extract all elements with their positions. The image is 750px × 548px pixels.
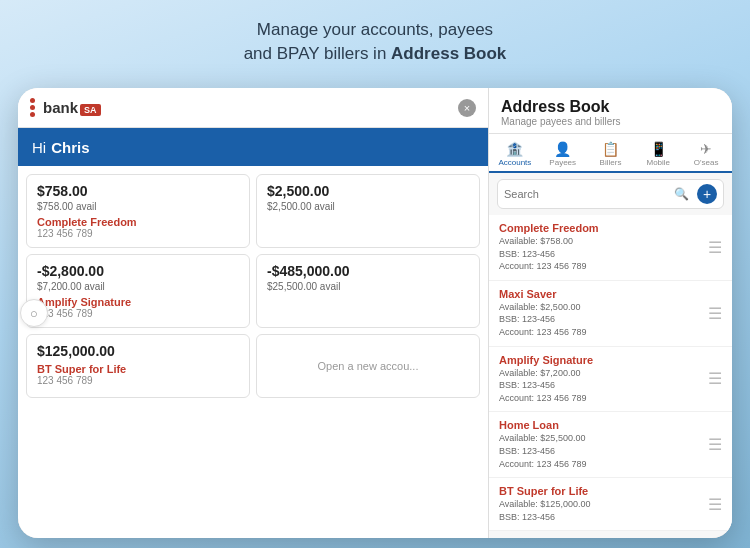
ab-available-1: Available: $2,500.00 (499, 301, 587, 314)
account-avail-2: $2,500.00 avail (267, 201, 469, 212)
billers-icon: 📋 (602, 141, 619, 157)
ab-account-0: Account: 123 456 789 (499, 260, 599, 273)
ab-header: Address Book Manage payees and billers (489, 88, 732, 134)
account-number-5: 123 456 789 (37, 375, 239, 386)
tab-accounts[interactable]: 🏦 Accounts (491, 138, 539, 173)
account-card-freedom[interactable]: $758.00 $758.00 avail Complete Freedom 1… (26, 174, 250, 248)
search-bar: 🔍 + (497, 179, 724, 209)
bank-logo-dot-3 (30, 112, 35, 117)
address-book-panel: Address Book Manage payees and billers 🏦… (488, 88, 732, 538)
ab-entry-info-maxi: Maxi Saver Available: $2,500.00 BSB: 123… (499, 288, 587, 339)
account-name-5: BT Super for Life (37, 363, 239, 375)
account-name-1: Complete Freedom (37, 216, 239, 228)
bank-name-prefix: bank (43, 99, 78, 116)
ipad-frame: bankSA × Hi Chris $758.00 $758.00 avail … (18, 88, 732, 538)
add-button[interactable]: + (697, 184, 717, 204)
account-row-1: $758.00 $758.00 avail Complete Freedom 1… (26, 174, 480, 248)
ab-entry-info-super: BT Super for Life Available: $125,000.00… (499, 485, 590, 523)
ab-title: Address Book (501, 98, 720, 116)
tab-mobile[interactable]: 📱 Mobile (634, 138, 682, 173)
ab-available-2: Available: $7,200.00 (499, 367, 593, 380)
ab-available-4: Available: $125,000.00 (499, 498, 590, 511)
ab-bsb-1: BSB: 123-456 (499, 313, 587, 326)
tab-payees[interactable]: 👤 Payees (539, 138, 587, 173)
accounts-list: $758.00 $758.00 avail Complete Freedom 1… (18, 166, 488, 406)
ab-entry-freedom[interactable]: Complete Freedom Available: $758.00 BSB:… (489, 215, 732, 281)
tab-billers[interactable]: 📋 Billers (587, 138, 635, 173)
account-amount-1: $758.00 (37, 183, 239, 199)
bank-logo-dots (30, 98, 35, 117)
tab-overseas-label: O'seas (694, 158, 719, 167)
account-avail-3: $7,200.00 avail (37, 281, 239, 292)
search-icon[interactable]: 🔍 (674, 187, 689, 201)
ab-entry-amplify[interactable]: Amplify Signature Available: $7,200.00 B… (489, 347, 732, 413)
header-highlight: Address Book (391, 44, 506, 63)
account-card-new[interactable]: Open a new accou... (256, 334, 480, 398)
bank-name: bankSA (43, 99, 101, 116)
top-bar: bankSA × (18, 88, 488, 128)
ab-entry-name-homeloan: Home Loan (499, 419, 587, 431)
ab-entry-homeloan[interactable]: Home Loan Available: $25,500.00 BSB: 123… (489, 412, 732, 478)
ab-entry-super[interactable]: BT Super for Life Available: $125,000.00… (489, 478, 732, 531)
ab-entry-info-freedom: Complete Freedom Available: $758.00 BSB:… (499, 222, 599, 273)
ab-bsb-0: BSB: 123-456 (499, 248, 599, 261)
ab-entry-detail-freedom: Available: $758.00 BSB: 123-456 Account:… (499, 235, 599, 273)
close-button[interactable]: × (458, 99, 476, 117)
account-number-3: 123 456 789 (37, 308, 239, 319)
overseas-icon: ✈ (700, 141, 712, 157)
header-line2: and BPAY billers in Address Book (80, 42, 670, 66)
ab-account-3: Account: 123 456 789 (499, 458, 587, 471)
mobile-icon: 📱 (650, 141, 667, 157)
account-card-maxi[interactable]: $2,500.00 $2,500.00 avail (256, 174, 480, 248)
ab-entry-icon-maxi: ☰ (708, 304, 722, 323)
ab-entry-info-homeloan: Home Loan Available: $25,500.00 BSB: 123… (499, 419, 587, 470)
ab-entry-detail-super: Available: $125,000.00 BSB: 123-456 (499, 498, 590, 523)
header-line1: Manage your accounts, payees (80, 18, 670, 42)
tab-accounts-label: Accounts (498, 158, 531, 167)
bank-logo: bankSA (30, 98, 101, 117)
ab-entry-name-amplify: Amplify Signature (499, 354, 593, 366)
ab-entry-detail-homeloan: Available: $25,500.00 BSB: 123-456 Accou… (499, 432, 587, 470)
header-section: Manage your accounts, payees and BPAY bi… (0, 0, 750, 80)
tab-overseas[interactable]: ✈ O'seas (682, 138, 730, 173)
ab-entry-icon-homeloan: ☰ (708, 435, 722, 454)
ab-account-1: Account: 123 456 789 (499, 326, 587, 339)
ab-entry-name-freedom: Complete Freedom (499, 222, 599, 234)
ab-entry-info-amplify: Amplify Signature Available: $7,200.00 B… (499, 354, 593, 405)
scroll-left-button[interactable]: ○ (20, 299, 48, 327)
greeting-hi: Hi (32, 139, 46, 156)
account-card-homeloan[interactable]: -$485,000.00 $25,500.00 avail (256, 254, 480, 328)
ab-entry-detail-amplify: Available: $7,200.00 BSB: 123-456 Accoun… (499, 367, 593, 405)
account-name-3: Amplify Signature (37, 296, 239, 308)
account-amount-5: $125,000.00 (37, 343, 239, 359)
ab-bsb-4: BSB: 123-456 (499, 511, 590, 524)
tab-mobile-label: Mobile (647, 158, 671, 167)
search-input[interactable] (504, 188, 674, 200)
tab-bar: 🏦 Accounts 👤 Payees 📋 Billers 📱 Mobile ✈… (489, 134, 732, 173)
account-amount-4: -$485,000.00 (267, 263, 469, 279)
account-card-super[interactable]: $125,000.00 BT Super for Life 123 456 78… (26, 334, 250, 398)
ab-subtitle: Manage payees and billers (501, 116, 720, 127)
hi-bar: Hi Chris (18, 128, 488, 166)
header-line2-text: and BPAY billers in (244, 44, 391, 63)
ab-entry-icon-amplify: ☰ (708, 369, 722, 388)
ab-entry-name-maxi: Maxi Saver (499, 288, 587, 300)
ab-available-3: Available: $25,500.00 (499, 432, 587, 445)
ab-entry-maxi[interactable]: Maxi Saver Available: $2,500.00 BSB: 123… (489, 281, 732, 347)
account-number-1: 123 456 789 (37, 228, 239, 239)
ab-entry-name-super: BT Super for Life (499, 485, 590, 497)
new-account-label: Open a new accou... (318, 360, 419, 372)
ab-bsb-3: BSB: 123-456 (499, 445, 587, 458)
account-row-3: $125,000.00 BT Super for Life 123 456 78… (26, 334, 480, 398)
bank-logo-dot-1 (30, 98, 35, 103)
tab-payees-label: Payees (549, 158, 576, 167)
account-amount-2: $2,500.00 (267, 183, 469, 199)
ab-available-0: Available: $758.00 (499, 235, 599, 248)
account-avail-4: $25,500.00 avail (267, 281, 469, 292)
account-card-amplify[interactable]: -$2,800.00 $7,200.00 avail Amplify Signa… (26, 254, 250, 328)
payees-icon: 👤 (554, 141, 571, 157)
bank-logo-dot-2 (30, 105, 35, 110)
main-panel: bankSA × Hi Chris $758.00 $758.00 avail … (18, 88, 488, 538)
account-amount-3: -$2,800.00 (37, 263, 239, 279)
ab-entry-icon-freedom: ☰ (708, 238, 722, 257)
